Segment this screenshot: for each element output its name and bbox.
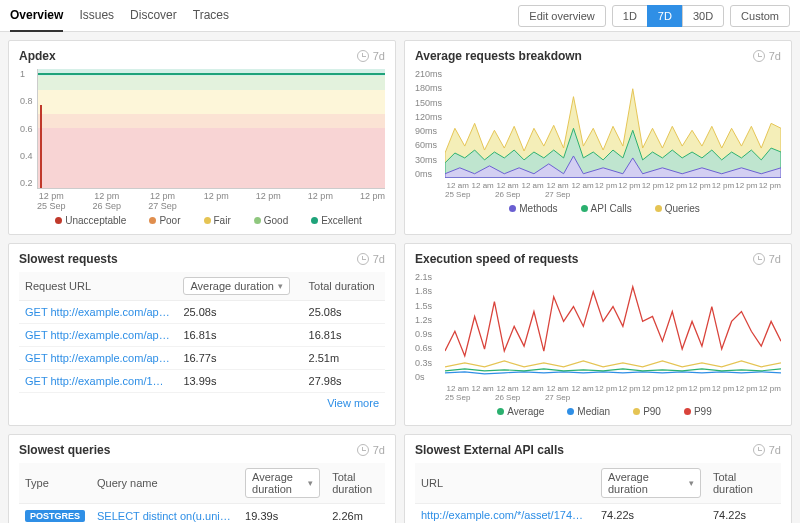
- legend-item: Median: [554, 406, 610, 417]
- clock-icon: [753, 50, 765, 62]
- col-totdur: Total duration: [303, 272, 385, 301]
- xtick: 12 pm: [735, 181, 757, 199]
- avgdur-dropdown[interactable]: Average duration▾: [601, 468, 701, 498]
- xtick: 12 pm: [665, 384, 687, 402]
- table-row[interactable]: GET http://example.com/1wbomx9…13.99s27.…: [19, 370, 385, 393]
- xtick: 12 pm: [595, 384, 617, 402]
- xtick: 12 am27 Sep: [545, 181, 570, 199]
- total-duration: 27.98s: [303, 370, 385, 393]
- avg-duration: 74.22s: [595, 504, 707, 524]
- period-label: 7d: [769, 50, 781, 62]
- total-duration: 16.81s: [303, 324, 385, 347]
- clock-icon: [357, 253, 369, 265]
- xtick: 12 pm: [618, 384, 640, 402]
- view-more-link[interactable]: View more: [19, 393, 385, 409]
- avg-duration: 16.81s: [177, 324, 302, 347]
- avgdur-dropdown[interactable]: Average duration▾: [183, 277, 290, 295]
- table-row[interactable]: GET http://example.com/apm/1xp…25.08s25.…: [19, 301, 385, 324]
- xtick: 12 pm: [712, 384, 734, 402]
- ytick: 210ms: [415, 69, 442, 79]
- range-group: 1D 7D 30D: [612, 5, 724, 27]
- top-controls: Edit overview 1D 7D 30D Custom: [518, 5, 790, 27]
- request-url[interactable]: GET http://example.com/applicatio…: [19, 324, 177, 347]
- ytick: 0s: [415, 372, 432, 382]
- legend-item: Average: [484, 406, 544, 417]
- tab-issues[interactable]: Issues: [79, 0, 114, 32]
- ytick: 0.2: [20, 178, 33, 188]
- xtick: 12 pm: [712, 181, 734, 199]
- xtick: 12 pm: [642, 384, 664, 402]
- col-url: Request URL: [19, 272, 177, 301]
- xtick: 12 am: [472, 181, 494, 199]
- avg-duration: 19.39s: [239, 504, 326, 524]
- range-1d[interactable]: 1D: [612, 5, 648, 27]
- db-badge: POSTGRES: [25, 510, 85, 522]
- legend-item: P99: [671, 406, 712, 417]
- request-url[interactable]: GET http://example.com/1wbomx9…: [19, 370, 177, 393]
- ytick: 30ms: [415, 155, 442, 165]
- col-avgdur: Average duration▾: [595, 463, 707, 504]
- tab-discover[interactable]: Discover: [130, 0, 177, 32]
- avgdur-dropdown[interactable]: Average duration▾: [245, 468, 320, 498]
- period-label: 7d: [373, 444, 385, 456]
- legend-item: P90: [620, 406, 661, 417]
- request-url[interactable]: GET http://example.com/applicatio…: [19, 347, 177, 370]
- col-type: Type: [19, 463, 91, 504]
- avg-duration: 13.99s: [177, 370, 302, 393]
- total-duration: 25.08s: [303, 301, 385, 324]
- edit-overview-button[interactable]: Edit overview: [518, 5, 605, 27]
- col-totdur: Total duration: [326, 463, 385, 504]
- api-url[interactable]: http://example.com/*/asset/1749749435?lo…: [415, 504, 595, 524]
- panel-slowest-api: Slowest External API calls 7d URL Averag…: [404, 434, 792, 523]
- xtick: 12 am: [521, 181, 543, 199]
- topbar: Overview Issues Discover Traces Edit ove…: [0, 0, 800, 32]
- chevron-down-icon: ▾: [308, 478, 313, 488]
- ytick: 90ms: [415, 126, 442, 136]
- apdex-chart: 1 0.8 0.6 0.4 0.2: [37, 69, 385, 189]
- table-row[interactable]: GET http://example.com/applicatio…16.81s…: [19, 324, 385, 347]
- ytick: 1: [20, 69, 33, 79]
- col-qname: Query name: [91, 463, 239, 504]
- legend-item: API Calls: [568, 203, 632, 214]
- range-30d[interactable]: 30D: [682, 5, 724, 27]
- period-label: 7d: [769, 444, 781, 456]
- chevron-down-icon: ▾: [689, 478, 694, 488]
- total-duration: 2.26m: [326, 504, 385, 524]
- tabs: Overview Issues Discover Traces: [10, 0, 229, 32]
- chevron-down-icon: ▾: [278, 281, 283, 291]
- xtick: 12 am: [472, 384, 494, 402]
- clock-icon: [357, 50, 369, 62]
- clock-icon: [357, 444, 369, 456]
- tab-traces[interactable]: Traces: [193, 0, 229, 32]
- ytick: 0.6: [20, 124, 33, 134]
- ytick: 0ms: [415, 169, 442, 179]
- ytick: 60ms: [415, 140, 442, 150]
- ytick: 150ms: [415, 98, 442, 108]
- table-row[interactable]: GET http://example.com/applicatio…16.77s…: [19, 347, 385, 370]
- breakdown-chart: [445, 69, 781, 178]
- range-7d[interactable]: 7D: [647, 5, 683, 27]
- xtick: 12 am: [571, 384, 593, 402]
- table-row[interactable]: POSTGRESSELECT distinct on(u.uni…19.39s2…: [19, 504, 385, 524]
- xtick: 12 pm: [759, 384, 781, 402]
- xtick: 12 pm27 Sep: [148, 191, 177, 211]
- ytick: 0.4: [20, 151, 33, 161]
- xtick: 12 am26 Sep: [495, 181, 520, 199]
- xtick: 12 am: [521, 384, 543, 402]
- col-avgdur: Average duration▾: [239, 463, 326, 504]
- panel-breakdown: Average requests breakdown 7d 210ms180ms…: [404, 40, 792, 235]
- clock-icon: [753, 444, 765, 456]
- table-row[interactable]: http://example.com/*/asset/1749749435?lo…: [415, 504, 781, 524]
- query-name[interactable]: SELECT distinct on(u.uni…: [91, 504, 239, 524]
- xtick: 12 pm: [665, 181, 687, 199]
- tab-overview[interactable]: Overview: [10, 0, 63, 32]
- col-avgdur: Average duration▾: [177, 272, 302, 301]
- panel-period: 7d: [357, 50, 385, 62]
- col-url: URL: [415, 463, 595, 504]
- xtick: 12 pm25 Sep: [37, 191, 66, 211]
- panel-slowest-queries: Slowest queries 7d Type Query name Avera…: [8, 434, 396, 523]
- ytick: 0.8: [20, 96, 33, 106]
- request-url[interactable]: GET http://example.com/apm/1xp…: [19, 301, 177, 324]
- range-custom[interactable]: Custom: [730, 5, 790, 27]
- legend-item: Good: [241, 215, 288, 226]
